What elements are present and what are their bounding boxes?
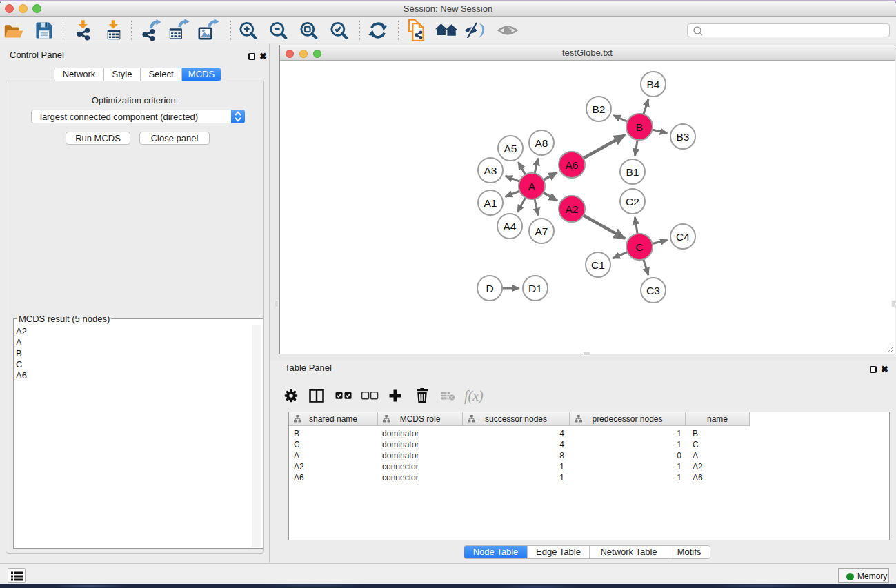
svg-text:A7: A7 [535,225,548,237]
svg-text:A3: A3 [484,165,497,176]
svg-text:A5: A5 [504,143,517,154]
svg-text:C2: C2 [626,196,639,207]
svg-text:C: C [635,241,643,253]
svg-text:f(x): f(x) [464,388,484,404]
svg-text:B4: B4 [647,79,660,90]
svg-text:D: D [486,283,493,294]
svg-text:B2: B2 [593,103,606,115]
svg-text:A8: A8 [535,137,548,149]
svg-text:A: A [528,181,536,192]
svg-text:B3: B3 [677,131,690,143]
svg-text:A4: A4 [504,221,517,232]
svg-text:A6: A6 [566,159,579,171]
svg-text:B: B [636,121,643,133]
svg-text:C1: C1 [591,259,605,271]
svg-text:C3: C3 [646,285,660,296]
svg-text:B1: B1 [626,166,639,178]
svg-text:A1: A1 [484,197,497,209]
svg-text:A2: A2 [566,203,579,215]
svg-text:C4: C4 [676,231,690,243]
svg-text:D1: D1 [528,283,542,294]
